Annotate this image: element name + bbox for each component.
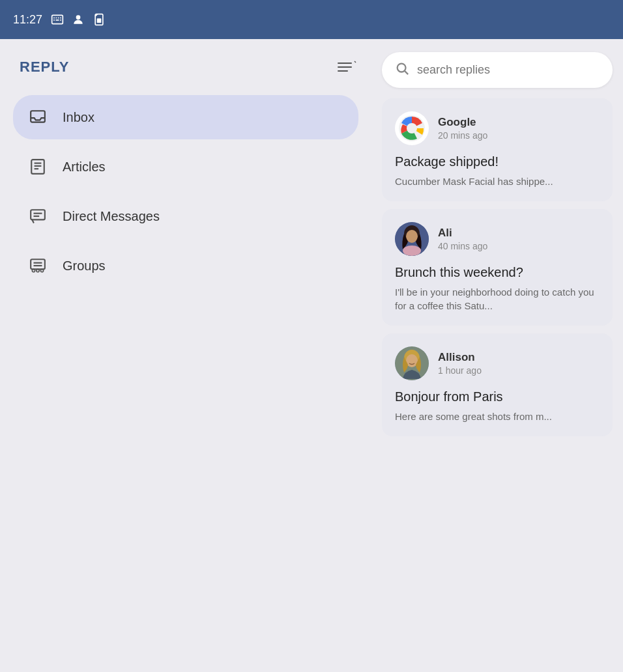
sidebar: REPLY Inbox	[0, 39, 371, 672]
sim-icon	[92, 12, 106, 27]
time-allison: 1 hour ago	[438, 365, 482, 376]
sidebar-title: REPLY	[20, 59, 69, 76]
svg-rect-2	[56, 18, 57, 19]
svg-point-33	[403, 245, 421, 256]
svg-rect-17	[31, 210, 45, 219]
dm-label: Direct Messages	[63, 209, 160, 224]
articles-label: Articles	[63, 160, 106, 175]
sidebar-item-inbox[interactable]: Inbox	[13, 95, 358, 139]
svg-rect-6	[56, 20, 59, 21]
svg-rect-5	[53, 20, 55, 21]
status-time: 11:27	[13, 13, 42, 27]
avatar-ali	[395, 222, 429, 256]
svg-rect-10	[97, 18, 102, 23]
search-icon	[395, 61, 409, 79]
preview-allison: Here are some great shots from m...	[395, 410, 600, 423]
app-container: REPLY Inbox	[0, 39, 623, 672]
person-icon	[71, 12, 85, 27]
svg-rect-3	[58, 18, 59, 19]
groups-label: Groups	[63, 259, 106, 273]
status-bar: 11:27	[0, 0, 623, 39]
svg-point-8	[76, 15, 81, 20]
search-input[interactable]	[417, 63, 600, 77]
svg-point-23	[32, 269, 35, 272]
preview-ali: I'll be in your neighborhood doing to ca…	[395, 285, 600, 313]
svg-point-24	[36, 269, 39, 272]
right-panel: Google 20 mins ago Package shipped! Cucu…	[371, 39, 623, 672]
status-icons	[50, 12, 106, 27]
time-ali: 40 mins ago	[438, 241, 487, 251]
articles-icon	[26, 155, 50, 178]
dm-icon	[26, 204, 50, 228]
sender-name-ali: Ali	[438, 227, 487, 240]
sender-name-allison: Allison	[438, 351, 482, 364]
sidebar-item-articles[interactable]: Articles	[13, 145, 358, 189]
message-card-allison[interactable]: Allison 1 hour ago Bonjour from Paris He…	[382, 333, 613, 436]
message-card-ali[interactable]: Ali 40 mins ago Brunch this weekend? I'l…	[382, 209, 613, 326]
avatar-google	[395, 111, 429, 145]
svg-rect-7	[60, 20, 61, 21]
hamburger-menu-button[interactable]	[338, 63, 352, 72]
svg-point-32	[406, 230, 418, 243]
svg-line-27	[405, 71, 408, 74]
avatar-allison	[395, 346, 429, 380]
svg-line-11	[355, 61, 356, 63]
preview-google: Cucumber Mask Facial has shippe...	[395, 175, 600, 188]
sidebar-item-groups[interactable]: Groups	[13, 244, 358, 288]
inbox-icon	[26, 105, 50, 129]
groups-icon	[26, 254, 50, 277]
inbox-label: Inbox	[63, 110, 94, 125]
sender-name-google: Google	[438, 116, 487, 129]
svg-point-26	[398, 64, 406, 72]
subject-ali: Brunch this weekend?	[395, 265, 600, 280]
time-google: 20 mins ago	[438, 130, 487, 141]
subject-google: Package shipped!	[395, 154, 600, 169]
subject-allison: Bonjour from Paris	[395, 389, 600, 404]
svg-rect-1	[53, 18, 55, 19]
svg-point-25	[40, 269, 43, 272]
sidebar-header: REPLY	[13, 59, 358, 76]
keyboard-icon	[50, 12, 65, 27]
sidebar-item-direct-messages[interactable]: Direct Messages	[13, 194, 358, 238]
svg-rect-20	[31, 259, 45, 269]
message-card-google[interactable]: Google 20 mins ago Package shipped! Cucu…	[382, 98, 613, 201]
search-bar[interactable]	[382, 52, 613, 88]
svg-point-29	[407, 123, 417, 133]
svg-rect-4	[60, 18, 61, 19]
